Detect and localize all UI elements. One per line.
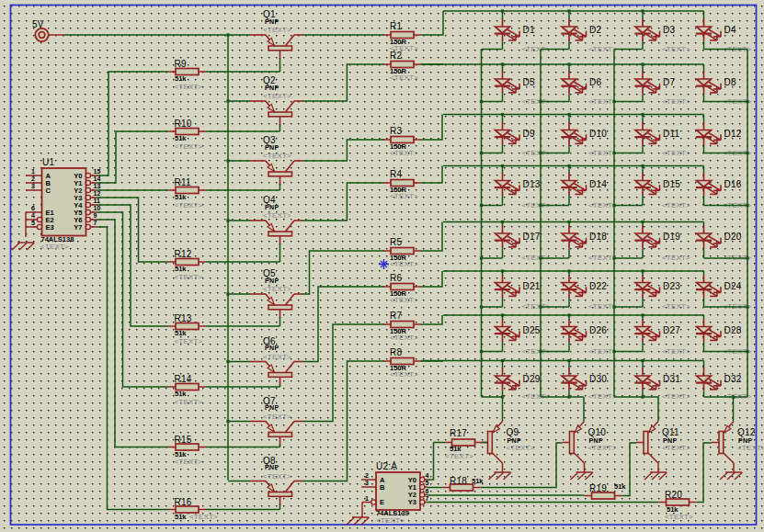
svg-text:D15: D15 <box>663 179 680 189</box>
svg-text:<TEXT>: <TEXT> <box>175 83 203 91</box>
svg-text:Q9: Q9 <box>507 427 519 437</box>
svg-text:PNP: PNP <box>265 464 279 470</box>
svg-text:U2:A: U2:A <box>376 461 397 471</box>
svg-text:R10: R10 <box>175 119 192 129</box>
svg-text:<TEXT>: <TEXT> <box>737 444 764 452</box>
svg-text:D32: D32 <box>724 374 742 384</box>
svg-text:D1: D1 <box>523 25 535 35</box>
svg-text:D12: D12 <box>724 129 742 139</box>
svg-text:R2: R2 <box>390 51 402 61</box>
svg-text:E: E <box>380 498 384 506</box>
svg-text:<TEXT>: <TEXT> <box>175 142 203 151</box>
svg-text:R11: R11 <box>175 177 191 187</box>
svg-text:D2: D2 <box>589 25 601 35</box>
svg-text:<TEXT>: <TEXT> <box>175 398 203 406</box>
svg-text:D21: D21 <box>523 281 541 291</box>
svg-text:4: 4 <box>31 212 35 219</box>
svg-text:<TEXT>: <TEXT> <box>665 513 693 521</box>
svg-text:PNP: PNP <box>265 18 279 25</box>
svg-text:<TEXT>: <TEXT> <box>662 254 690 262</box>
svg-text:PNP: PNP <box>589 437 604 444</box>
svg-text:<TEXT>: <TEXT> <box>263 285 291 293</box>
svg-text:<TEXT>: <TEXT> <box>263 152 291 160</box>
svg-text:D16: D16 <box>724 179 742 189</box>
svg-text:<TEXT>: <TEXT> <box>390 74 418 82</box>
svg-text:D30: D30 <box>589 374 607 384</box>
svg-text:<TEXT>: <TEXT> <box>175 201 203 209</box>
svg-text:R20: R20 <box>665 490 682 500</box>
svg-text:<TEXT>: <TEXT> <box>662 97 690 106</box>
svg-text:<TEXT>: <TEXT> <box>445 452 473 460</box>
svg-text:R15: R15 <box>175 435 192 445</box>
svg-text:7: 7 <box>94 220 97 226</box>
svg-text:<TEXT>: <TEXT> <box>588 45 617 53</box>
svg-text:U1: U1 <box>42 157 54 167</box>
svg-text:D20: D20 <box>724 232 742 242</box>
svg-text:<TEXT>: <TEXT> <box>662 347 690 356</box>
svg-text:PNP: PNP <box>265 277 279 284</box>
svg-text:6: 6 <box>31 205 35 211</box>
svg-text:<TEXT>: <TEXT> <box>175 337 203 345</box>
svg-text:PNP: PNP <box>265 404 279 411</box>
svg-text:<TEXT>: <TEXT> <box>263 353 291 361</box>
svg-text:D26: D26 <box>589 325 607 335</box>
svg-text:10: 10 <box>94 205 101 211</box>
svg-text:<TEXT>: <TEXT> <box>175 458 203 466</box>
svg-text:D10: D10 <box>589 129 607 139</box>
svg-text:7: 7 <box>426 495 429 502</box>
svg-text:<TEXT>: <TEXT> <box>662 444 690 452</box>
svg-text:<TEXT>: <TEXT> <box>507 444 535 452</box>
svg-text:D9: D9 <box>523 129 535 139</box>
svg-text:Y3: Y3 <box>408 498 416 506</box>
svg-text:D27: D27 <box>663 325 680 335</box>
svg-text:2: 2 <box>31 175 35 182</box>
svg-text:R4: R4 <box>390 169 402 179</box>
svg-text:R14: R14 <box>175 374 192 384</box>
svg-text:R17: R17 <box>450 428 467 438</box>
svg-text:<TEXT>: <TEXT> <box>189 513 218 521</box>
svg-text:D17: D17 <box>523 232 541 242</box>
svg-text:<TEXT>: <TEXT> <box>263 211 291 220</box>
svg-text:2: 2 <box>365 472 369 479</box>
svg-text:12: 12 <box>94 190 101 197</box>
svg-text:<TEXT>: <TEXT> <box>40 243 69 251</box>
svg-text:15: 15 <box>94 168 101 175</box>
svg-text:9: 9 <box>94 212 97 219</box>
svg-text:<TEXT>: <TEXT> <box>175 273 203 281</box>
svg-text:D24: D24 <box>724 281 742 291</box>
svg-text:R6: R6 <box>390 273 402 283</box>
svg-text:PNP: PNP <box>265 204 279 210</box>
svg-text:R16: R16 <box>175 497 192 507</box>
svg-text:PNP: PNP <box>265 85 279 91</box>
svg-text:13: 13 <box>94 183 101 189</box>
svg-text:D22: D22 <box>589 281 607 291</box>
svg-text:51k: 51k <box>614 482 626 491</box>
svg-text:R18: R18 <box>450 476 467 486</box>
svg-text:D25: D25 <box>523 325 541 335</box>
svg-text:D18: D18 <box>589 232 607 242</box>
svg-text:E3: E3 <box>46 223 54 232</box>
svg-text:1: 1 <box>365 495 369 502</box>
svg-text:<TEXT>: <TEXT> <box>662 201 690 209</box>
svg-text:1: 1 <box>31 168 35 175</box>
svg-text:PNP: PNP <box>663 437 678 444</box>
svg-text:D23: D23 <box>663 281 680 291</box>
svg-text:<TEXT>: <TEXT> <box>390 149 418 157</box>
svg-text:<TEXT>: <TEXT> <box>390 192 418 200</box>
svg-text:6: 6 <box>426 488 429 494</box>
svg-text:<TEXT>: <TEXT> <box>390 296 418 304</box>
svg-text:<TEXT>: <TEXT> <box>390 260 418 268</box>
svg-text:11: 11 <box>94 198 101 204</box>
svg-text:<TEXT>: <TEXT> <box>263 413 291 421</box>
svg-text:D13: D13 <box>523 179 541 189</box>
svg-text:14: 14 <box>94 175 101 182</box>
svg-text:C: C <box>46 187 51 195</box>
svg-text:3: 3 <box>365 480 369 486</box>
svg-text:R13: R13 <box>175 313 192 323</box>
svg-text:D6: D6 <box>589 77 601 87</box>
svg-text:<TEXT>: <TEXT> <box>390 334 418 342</box>
svg-text:D4: D4 <box>724 25 736 35</box>
svg-text:R3: R3 <box>390 126 402 136</box>
svg-text:D3: D3 <box>663 25 675 35</box>
svg-text:<TEXT>: <TEXT> <box>662 149 690 157</box>
